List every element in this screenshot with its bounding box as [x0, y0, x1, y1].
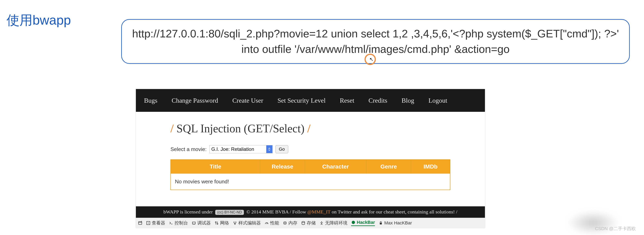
devtools-maxhackbar[interactable]: Max HacKBar	[378, 220, 412, 226]
footer-suffix: on Twitter and ask for our cheat sheet, …	[332, 209, 458, 215]
devtools-console-label: 控制台	[174, 220, 188, 226]
console-icon	[169, 221, 173, 225]
no-results-message: No movies were found!	[171, 174, 450, 190]
col-release: Release	[260, 160, 305, 174]
nav-change-password[interactable]: Change Password	[172, 97, 218, 104]
storage-icon	[301, 221, 306, 225]
devtools-debugger-label: 调试器	[197, 220, 211, 226]
nav-reset[interactable]: Reset	[340, 97, 354, 104]
nav-create-user[interactable]: Create User	[232, 97, 263, 104]
devtools-style[interactable]: 样式编辑器	[233, 220, 261, 226]
svg-point-7	[352, 221, 355, 224]
col-imdb: IMDb	[411, 160, 450, 174]
heading-slash-right: /	[307, 122, 310, 135]
nav-bugs[interactable]: Bugs	[144, 97, 158, 104]
svg-point-5	[302, 221, 305, 223]
inspector-icon	[146, 221, 150, 225]
col-genre: Genre	[366, 160, 411, 174]
nav-set-security-level[interactable]: Set Security Level	[278, 97, 326, 104]
devtools-inspector-label: 查看器	[152, 220, 165, 226]
cc-badge-icon: (cc) BY-NC-ND	[215, 210, 244, 215]
bwapp-window: Bugs Change Password Create User Set Sec…	[136, 89, 485, 228]
svg-rect-4	[284, 222, 286, 224]
devtools-debugger[interactable]: 调试器	[192, 220, 211, 226]
footer-twitter-handle[interactable]: @MME_IT	[307, 209, 330, 215]
content-area: / SQL Injection (GET/Select) / Select a …	[136, 112, 485, 206]
hackbar-icon	[351, 220, 356, 225]
cursor-highlight-ring	[364, 54, 376, 65]
svg-rect-0	[138, 222, 142, 225]
devtools-storage-label: 存储	[307, 220, 316, 226]
devtools-inspector[interactable]: 查看器	[146, 220, 165, 226]
table-empty-row: No movies were found!	[171, 174, 450, 190]
devtools-console[interactable]: 控制台	[169, 220, 188, 226]
chevron-updown-icon	[266, 145, 272, 153]
devtools-performance-label: 性能	[270, 220, 279, 226]
style-icon	[233, 221, 237, 225]
lock-icon	[378, 221, 383, 225]
window-icon	[138, 221, 142, 225]
results-table: Title Release Character Genre IMDb No mo…	[170, 159, 450, 190]
devtools-network[interactable]: 网络	[214, 220, 229, 226]
movie-select-value: G.I. Joe: Retaliation	[211, 146, 254, 152]
devtools-maxhackbar-label: Max HacKBar	[384, 220, 412, 226]
watermark: CSDN @二手卡西欧	[595, 226, 636, 232]
nav-credits[interactable]: Credits	[368, 97, 387, 104]
svg-point-2	[148, 223, 149, 224]
network-icon	[214, 221, 219, 225]
movie-select[interactable]: G.I. Joe: Retaliation	[210, 145, 272, 153]
col-character: Character	[305, 160, 366, 174]
nav-logout[interactable]: Logout	[428, 97, 447, 104]
svg-rect-3	[192, 222, 195, 224]
memory-icon	[283, 221, 287, 225]
perf-icon	[264, 221, 269, 225]
devtools-style-label: 样式编辑器	[238, 220, 261, 226]
a11y-icon	[319, 221, 324, 225]
debugger-icon	[192, 221, 196, 225]
footer-mid: © 2014 MME BVBA / Follow	[246, 209, 306, 215]
svg-rect-8	[380, 223, 382, 225]
footer-prefix: bWAPP is licensed under	[164, 209, 213, 215]
devtools-bar: 查看器 控制台 调试器 网络 样式编辑器 性能 内存 存储	[136, 218, 485, 228]
devtools-memory-label: 内存	[288, 220, 298, 226]
movie-select-label: Select a movie:	[170, 146, 207, 153]
go-button[interactable]: Go	[276, 145, 288, 153]
devtools-hackbar-label: HackBar	[357, 220, 375, 225]
devtools-accessibility[interactable]: 无障碍环境	[319, 220, 348, 226]
devtools-performance[interactable]: 性能	[264, 220, 279, 226]
devtools-storage[interactable]: 存储	[301, 220, 316, 226]
svg-point-6	[321, 221, 322, 222]
footer-bar: bWAPP is licensed under (cc) BY-NC-ND © …	[136, 206, 485, 218]
heading-text: SQL Injection (GET/Select)	[176, 122, 304, 135]
nav-blog[interactable]: Blog	[402, 97, 414, 104]
devtools-memory[interactable]: 内存	[283, 220, 298, 226]
page-heading: / SQL Injection (GET/Select) /	[170, 122, 450, 135]
devtools-hackbar[interactable]: HackBar	[351, 220, 375, 226]
devtools-network-label: 网络	[220, 220, 229, 226]
movie-select-row: Select a movie: G.I. Joe: Retaliation Go	[170, 145, 450, 153]
heading-slash-left: /	[170, 122, 174, 135]
devtools-toggle[interactable]	[138, 221, 142, 225]
col-title: Title	[171, 160, 260, 174]
navbar: Bugs Change Password Create User Set Sec…	[136, 89, 485, 112]
table-header-row: Title Release Character Genre IMDb	[171, 160, 450, 174]
devtools-accessibility-label: 无障碍环境	[325, 220, 348, 226]
slide-title: 使用bwapp	[6, 11, 71, 29]
url-payload-text: http://127.0.0.1:80/sqli_2.php?movie=12 …	[130, 26, 621, 57]
